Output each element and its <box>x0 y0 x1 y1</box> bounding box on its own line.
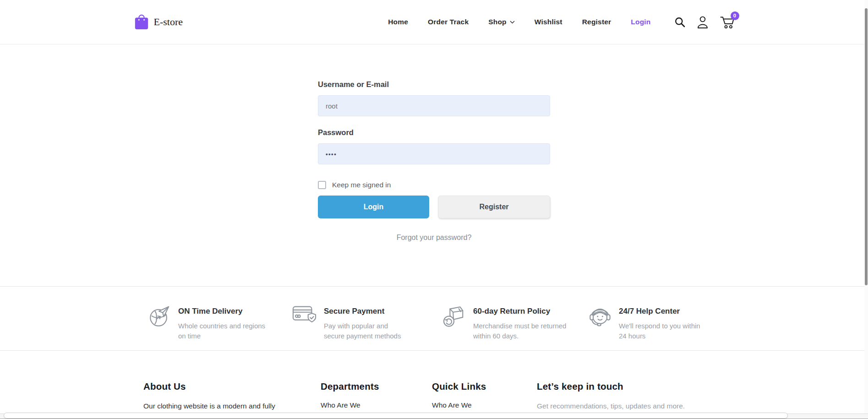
login-section: Username or E-mail Password Keep me sign… <box>0 44 868 286</box>
footer-heading-keep-in-touch: Let’s keep in touch <box>537 381 706 392</box>
shopping-bag-icon <box>134 13 149 31</box>
remember-row: Keep me signed in <box>318 181 550 189</box>
horizontal-scrollbar-thumb[interactable] <box>4 413 788 419</box>
footer-quick-links-column: Quick Links Who Are We <box>432 381 486 409</box>
feature-title: Secure Payment <box>324 307 409 316</box>
footer-link-who-are-we[interactable]: Who Are We <box>321 401 379 409</box>
chevron-down-icon <box>510 21 515 24</box>
forgot-password-link[interactable]: Forgot your password? <box>397 234 472 241</box>
horizontal-scrollbar-track[interactable] <box>0 414 868 419</box>
search-icon[interactable] <box>675 17 685 27</box>
brand-logo[interactable]: E-store <box>134 13 183 31</box>
footer-heading-departments: Departments <box>321 381 379 392</box>
brand-name: E-store <box>154 16 183 28</box>
page-container: E-store Home Order Track Shop Wishlist R… <box>0 0 868 414</box>
feature-help-center: 24/7 Help Center We'll respond to you wi… <box>589 304 709 341</box>
register-button[interactable]: Register <box>438 196 550 218</box>
feature-description: Pay with popular and secure payment meth… <box>324 321 409 341</box>
feature-on-time-delivery: ON Time Delivery Whole countries and reg… <box>148 304 270 341</box>
nav-item-home[interactable]: Home <box>388 18 408 26</box>
username-input[interactable] <box>318 95 550 116</box>
globe-plane-icon <box>148 304 171 328</box>
feature-title: 24/7 Help Center <box>619 307 709 316</box>
username-label: Username or E-mail <box>318 80 550 89</box>
footer-about-column: About Us Our clothing website is a moder… <box>143 381 290 411</box>
cart-count-badge: 0 <box>731 11 739 20</box>
vertical-scrollbar-thumb[interactable] <box>865 8 868 285</box>
footer-heading-quick-links: Quick Links <box>432 381 486 392</box>
nav-item-shop[interactable]: Shop <box>488 18 515 26</box>
login-button[interactable]: Login <box>318 196 429 218</box>
feature-description: Merchandise must be returned within 60 d… <box>473 321 568 341</box>
footer-link-who-are-we[interactable]: Who Are We <box>432 401 486 409</box>
user-icon[interactable] <box>697 16 709 28</box>
feature-secure-payment: Secure Payment Pay with popular and secu… <box>292 304 409 341</box>
nav-item-wishlist[interactable]: Wishlist <box>535 18 562 26</box>
main-nav: Home Order Track Shop Wishlist Register … <box>388 18 650 26</box>
footer-heading-about: About Us <box>143 381 290 392</box>
cart-icon[interactable]: 0 <box>720 16 735 29</box>
nav-item-order-track[interactable]: Order Track <box>428 18 469 26</box>
footer-about-text: Our clothing website is a modern and ful… <box>143 401 290 411</box>
headset-icon <box>589 304 611 328</box>
login-form: Username or E-mail Password Keep me sign… <box>318 80 550 242</box>
footer: About Us Our clothing website is a moder… <box>0 351 868 414</box>
header: E-store Home Order Track Shop Wishlist R… <box>0 0 868 44</box>
feature-description: Whole countries and regions on time <box>178 321 270 341</box>
footer-keep-in-touch-text: Get recommendations, tips, updates and m… <box>537 401 706 411</box>
card-shield-icon <box>292 304 317 326</box>
nav-item-register[interactable]: Register <box>582 18 611 26</box>
footer-keep-in-touch-column: Let’s keep in touch Get recommendations,… <box>537 381 706 411</box>
nav-shop-label: Shop <box>488 18 507 26</box>
feature-title: ON Time Delivery <box>178 307 270 316</box>
box-return-icon <box>443 304 466 328</box>
feature-description: We'll respond to you within 24 hours <box>619 321 709 341</box>
features-strip: ON Time Delivery Whole countries and reg… <box>0 286 868 351</box>
nav-item-login[interactable]: Login <box>631 18 650 26</box>
keep-signed-in-label: Keep me signed in <box>332 181 391 189</box>
password-label: Password <box>318 128 550 137</box>
keep-signed-in-checkbox[interactable] <box>318 181 326 189</box>
password-input[interactable] <box>318 143 550 164</box>
vertical-scrollbar-track[interactable] <box>864 0 868 414</box>
feature-return-policy: 60-day Return Policy Merchandise must be… <box>443 304 568 341</box>
footer-departments-column: Departments Who Are We <box>321 381 379 409</box>
feature-title: 60-day Return Policy <box>473 307 568 316</box>
header-icon-group: 0 <box>675 16 735 29</box>
